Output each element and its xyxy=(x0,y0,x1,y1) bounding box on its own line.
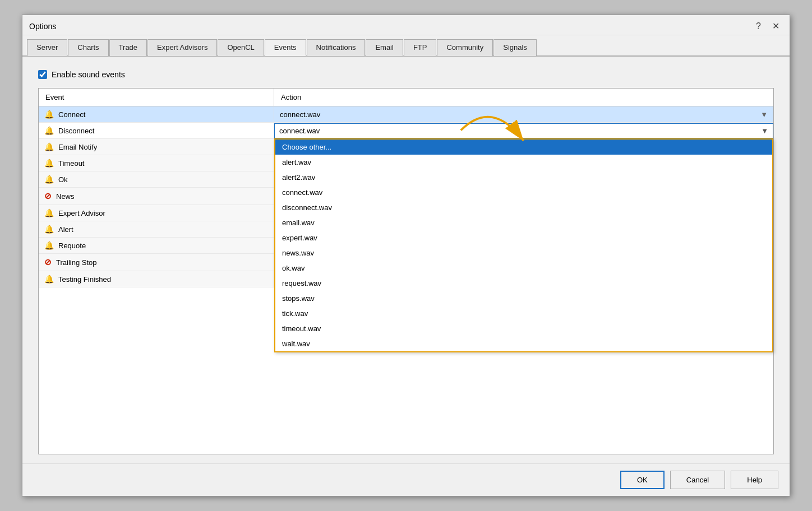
ok-button[interactable]: OK xyxy=(620,471,665,489)
event-name: News xyxy=(56,192,75,201)
tab-trade[interactable]: Trade xyxy=(109,39,147,56)
event-cell: 🔔 Ok xyxy=(39,171,274,187)
help-footer-button[interactable]: Help xyxy=(731,471,778,489)
enable-sound-row: Enable sound events xyxy=(38,70,774,79)
event-name: Connect xyxy=(58,110,85,119)
dropdown-item[interactable]: disconnect.wav xyxy=(275,200,772,215)
title-controls: ? ✕ xyxy=(753,20,783,32)
event-name: Testing Finished xyxy=(58,275,111,284)
bell-icon: 🔔 xyxy=(44,241,54,250)
event-name: Requote xyxy=(58,241,86,250)
bell-icon: 🔔 xyxy=(44,126,54,135)
event-cell: ⊘ Trailing Stop xyxy=(39,254,274,271)
event-name: Timeout xyxy=(58,159,84,168)
action-value: connect.wav xyxy=(280,110,320,119)
event-name: Ok xyxy=(58,175,68,184)
dropdown-item[interactable]: tick.wav xyxy=(275,306,772,321)
dropdown-item[interactable]: ok.wav xyxy=(275,261,772,276)
event-cell: 🔔 Timeout xyxy=(39,155,274,171)
combobox-display[interactable]: connect.wav ▼ xyxy=(274,123,773,138)
action-cell: connect.wav ▼ Choose other... alert.wav … xyxy=(274,123,773,138)
dropdown-item[interactable]: stops.wav xyxy=(275,291,772,306)
dialog-title: Options xyxy=(29,22,56,31)
tab-content: Enable sound events Event Action xyxy=(22,57,790,463)
dropdown-popup: Choose other... alert.wav alert2.wav con… xyxy=(274,138,773,352)
help-button[interactable]: ? xyxy=(753,20,764,32)
dropdown-item[interactable]: request.wav xyxy=(275,276,772,291)
dialog-footer: OK Cancel Help xyxy=(22,463,790,496)
tab-ftp[interactable]: FTP xyxy=(404,39,437,56)
cancel-button[interactable]: Cancel xyxy=(670,471,725,489)
tab-signals[interactable]: Signals xyxy=(493,39,537,56)
event-name: Expert Advisor xyxy=(58,209,105,217)
tab-bar: Server Charts Trade Expert Advisors Open… xyxy=(22,35,790,57)
tab-expert-advisors[interactable]: Expert Advisors xyxy=(147,39,217,56)
bell-icon: 🔔 xyxy=(44,225,54,234)
event-cell: 🔔 Disconnect xyxy=(39,123,274,138)
dropdown-item[interactable]: email.wav xyxy=(275,215,772,230)
no-icon: ⊘ xyxy=(44,257,52,267)
event-cell: 🔔 Requote xyxy=(39,238,274,253)
enable-sound-checkbox[interactable] xyxy=(38,70,47,79)
dropdown-item[interactable]: expert.wav xyxy=(275,230,772,245)
tab-opencl[interactable]: OpenCL xyxy=(218,39,264,56)
dropdown-item[interactable]: timeout.wav xyxy=(275,321,772,336)
dropdown-item[interactable]: alert2.wav xyxy=(275,170,772,185)
event-name: Alert xyxy=(58,225,73,234)
table-header: Event Action xyxy=(39,89,773,106)
event-cell: 🔔 Connect xyxy=(39,106,274,122)
event-name: Trailing Stop xyxy=(56,258,97,267)
no-icon: ⊘ xyxy=(44,191,52,201)
event-column-header: Event xyxy=(39,89,274,106)
bell-icon: 🔔 xyxy=(44,208,54,217)
bell-icon: 🔔 xyxy=(44,110,54,119)
events-table: Event Action 🔔 Connect connect.wav ▼ xyxy=(38,88,774,454)
action-column-header: Action xyxy=(274,89,773,106)
event-cell: 🔔 Email Notify xyxy=(39,139,274,155)
tab-email[interactable]: Email xyxy=(366,39,403,56)
action-cell: connect.wav ▼ xyxy=(274,106,773,122)
event-cell: 🔔 Testing Finished xyxy=(39,271,274,287)
options-dialog: Options ? ✕ Server Charts Trade Expert A… xyxy=(22,15,790,496)
dropdown-item-choose-other[interactable]: Choose other... xyxy=(275,140,772,155)
dropdown-arrow-icon: ▼ xyxy=(760,110,768,119)
tab-notifications[interactable]: Notifications xyxy=(307,39,366,56)
dropdown-item[interactable]: connect.wav xyxy=(275,185,772,200)
bell-icon: 🔔 xyxy=(44,175,54,184)
table-body: 🔔 Connect connect.wav ▼ 🔔 Disconnect xyxy=(39,106,773,454)
tab-charts[interactable]: Charts xyxy=(68,39,108,56)
event-name: Disconnect xyxy=(58,127,94,135)
combobox-arrow: ▼ xyxy=(761,127,768,135)
event-name: Email Notify xyxy=(58,143,97,151)
tab-community[interactable]: Community xyxy=(437,39,493,56)
bell-icon: 🔔 xyxy=(44,142,54,151)
event-cell: ⊘ News xyxy=(39,188,274,205)
dropdown-item[interactable]: news.wav xyxy=(275,245,772,261)
table-row[interactable]: 🔔 Disconnect connect.wav ▼ Choo xyxy=(39,123,773,139)
combobox-value: connect.wav xyxy=(279,127,320,135)
dropdown-wrapper[interactable]: connect.wav ▼ Choose other... alert.wav … xyxy=(274,123,773,138)
event-cell: 🔔 Alert xyxy=(39,221,274,237)
event-cell: 🔔 Expert Advisor xyxy=(39,205,274,221)
bell-icon: 🔔 xyxy=(44,159,54,168)
dropdown-item[interactable]: alert.wav xyxy=(275,155,772,170)
close-button[interactable]: ✕ xyxy=(769,20,783,32)
dropdown-item[interactable]: wait.wav xyxy=(275,336,772,351)
bell-icon: 🔔 xyxy=(44,275,54,284)
tab-events[interactable]: Events xyxy=(265,39,306,56)
title-bar: Options ? ✕ xyxy=(22,15,790,35)
table-row[interactable]: 🔔 Connect connect.wav ▼ xyxy=(39,106,773,123)
enable-sound-label: Enable sound events xyxy=(52,70,125,79)
tab-server[interactable]: Server xyxy=(27,39,67,56)
